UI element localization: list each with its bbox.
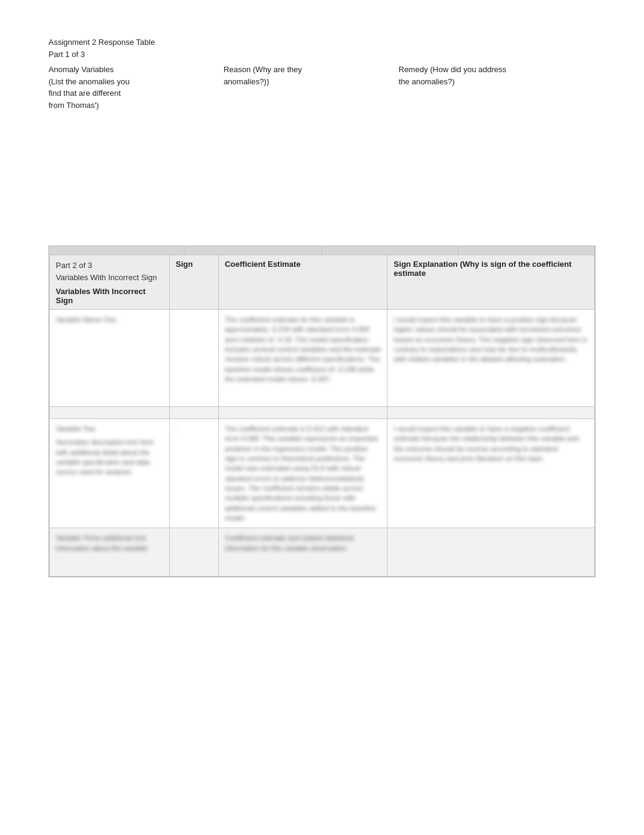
row2-explanation (387, 407, 595, 419)
row4-explanation (387, 528, 595, 577)
row2-variable (50, 407, 170, 419)
row3-sign: - (169, 419, 218, 528)
table-row: Variable Three additional text informati… (50, 528, 595, 577)
part2-th-sign: Sign (169, 255, 218, 310)
part1-row1-col1 (49, 112, 224, 233)
bar-seg-1 (49, 246, 186, 255)
part1-col3-header: Remedy (How did you addressthe anomalies… (398, 62, 595, 112)
row1-coefficient: The coefficient estimate for this variab… (218, 310, 387, 407)
row2-coefficient (218, 407, 387, 419)
part2-th-coeff: Coefficient Estimate (218, 255, 387, 310)
part2-section-label: Part 2 of 3 Variables With Incorrect Sig… (56, 260, 163, 283)
part1-table: Anomaly Variables(List the anomalies you… (49, 62, 595, 233)
table-row: Variable Name One The coefficient estima… (50, 310, 595, 407)
table-row (50, 407, 595, 419)
bar-seg-3 (322, 246, 458, 255)
top-shaded-bar (49, 246, 595, 255)
part2-col1-header: Variables With Incorrect Sign (56, 287, 146, 305)
row4-sign (169, 528, 218, 577)
part1-col1-header: Anomaly Variables(List the anomalies you… (49, 62, 224, 112)
part1-col2-header: Reason (Why are theyanomalies?)) (224, 62, 399, 112)
part2-th-explain: Sign Explanation (Why is sign of the coe… (387, 255, 595, 310)
part2-table: Part 2 of 3 Variables With Incorrect Sig… (49, 255, 595, 577)
row3-coefficient: The coefficient estimate is 0.412 with s… (218, 419, 387, 528)
part2-th-label: Part 2 of 3 Variables With Incorrect Sig… (50, 255, 170, 310)
row3-explanation: I would expect this variable to have a n… (387, 419, 595, 528)
bar-seg-2 (186, 246, 322, 255)
row3-variable: Variable Two Secondary description text … (50, 419, 170, 528)
part1-row1-col2 (224, 112, 399, 233)
row4-coefficient: Coefficient estimate and related statist… (218, 528, 387, 577)
row2-sign (169, 407, 218, 419)
row1-sign (169, 310, 218, 407)
row4-variable: Variable Three additional text informati… (50, 528, 170, 577)
row1-explanation: I would expect this variable to have a p… (387, 310, 595, 407)
row1-variable: Variable Name One (50, 310, 170, 407)
page-title: Assignment 2 Response Table (49, 36, 595, 49)
part2-section: Part 2 of 3 Variables With Incorrect Sig… (49, 246, 595, 577)
part1-row1-col3 (398, 112, 595, 233)
bar-seg-4 (458, 246, 595, 255)
part1-label: Part 1 of 3 (49, 49, 595, 61)
table-row: Variable Two Secondary description text … (50, 419, 595, 528)
